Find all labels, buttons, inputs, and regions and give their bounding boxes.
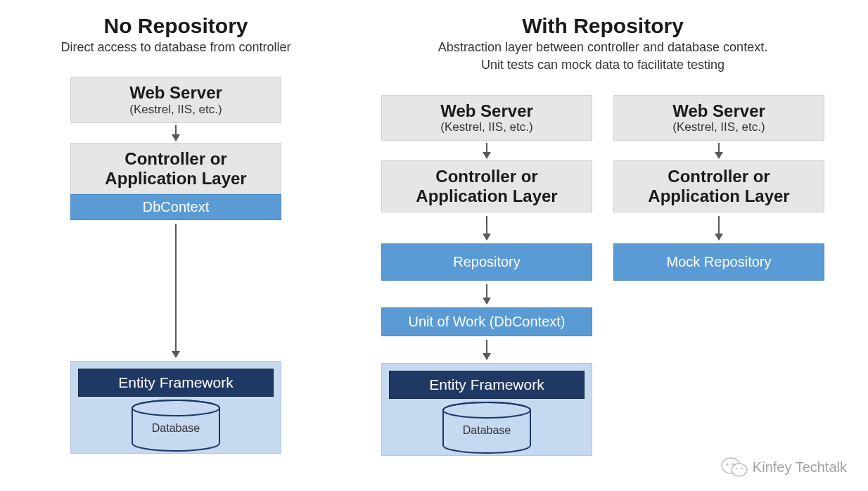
controller-line2: Application Layer xyxy=(389,186,585,206)
arrow-down-icon xyxy=(718,216,720,240)
database-label: Database xyxy=(463,424,511,437)
web-server-box: Web Server (Kestrel, IIS, etc.) xyxy=(381,95,592,141)
unit-of-work-box: Unit of Work (DbContext) xyxy=(381,307,592,336)
controller-box: Controller or Application Layer xyxy=(381,160,592,212)
arrow-down-icon xyxy=(486,284,487,304)
arrow-down-icon xyxy=(486,143,487,158)
ef-title: Entity Framework xyxy=(78,369,274,397)
controller-box: Controller or Application Layer xyxy=(613,160,824,212)
arrow-down-icon xyxy=(718,143,720,158)
controller-line2: Application Layer xyxy=(621,186,817,206)
entity-framework-box: Entity Framework Database xyxy=(381,363,592,456)
with-repo-sub1: Abstraction layer between controller and… xyxy=(366,39,840,56)
with-repo-sub2: Unit tests can mock data to facilitate t… xyxy=(366,57,840,73)
repository-stack: Web Server (Kestrel, IIS, etc.) Controll… xyxy=(381,95,592,456)
watermark-text: Kinfey Techtalk xyxy=(753,459,847,476)
ef-title: Entity Framework xyxy=(389,371,585,399)
arrow-down-icon xyxy=(175,224,177,357)
arrow-down-icon xyxy=(486,216,487,240)
controller-box: Controller or Application Layer xyxy=(70,143,281,194)
web-server-sub: (Kestrel, IIS, etc.) xyxy=(389,120,585,134)
database-cylinder-icon: Database xyxy=(130,407,222,446)
controller-line1: Controller or xyxy=(78,149,274,169)
web-server-box: Web Server (Kestrel, IIS, etc.) xyxy=(613,95,824,141)
no-repo-subheading: Direct access to database from controlle… xyxy=(28,39,324,56)
left-stack: Web Server (Kestrel, IIS, etc.) Controll… xyxy=(28,77,324,454)
svg-point-6 xyxy=(726,463,728,465)
web-server-box: Web Server (Kestrel, IIS, etc.) xyxy=(70,77,281,123)
dbcontext-box: DbContext xyxy=(70,194,281,220)
database-label: Database xyxy=(152,422,200,435)
web-server-title: Web Server xyxy=(78,83,274,103)
mock-repository-box: Mock Repository xyxy=(613,243,824,281)
with-repository-section: With Repository Abstraction layer betwee… xyxy=(366,14,840,491)
svg-point-7 xyxy=(732,463,734,465)
svg-point-9 xyxy=(741,468,743,470)
entity-framework-box: Entity Framework Database xyxy=(70,361,281,454)
controller-line1: Controller or xyxy=(621,167,817,186)
web-server-title: Web Server xyxy=(389,101,585,121)
controller-line2: Application Layer xyxy=(78,169,274,189)
wechat-icon xyxy=(720,456,748,478)
arrow-down-icon xyxy=(175,125,177,141)
controller-line1: Controller or xyxy=(389,167,585,186)
no-repo-heading: No Repository xyxy=(28,14,324,38)
arrow-down-icon xyxy=(486,340,487,359)
svg-point-5 xyxy=(732,464,747,476)
repository-box: Repository xyxy=(381,243,592,281)
database-cylinder-icon: Database xyxy=(441,409,532,448)
web-server-sub: (Kestrel, IIS, etc.) xyxy=(78,103,274,117)
watermark: Kinfey Techtalk xyxy=(720,456,847,478)
mock-repository-stack: Web Server (Kestrel, IIS, etc.) Controll… xyxy=(613,95,824,456)
web-server-title: Web Server xyxy=(621,101,817,121)
no-repository-section: No Repository Direct access to database … xyxy=(28,14,324,491)
web-server-sub: (Kestrel, IIS, etc.) xyxy=(621,120,817,134)
with-repo-heading: With Repository xyxy=(366,14,840,38)
svg-point-8 xyxy=(736,468,738,470)
